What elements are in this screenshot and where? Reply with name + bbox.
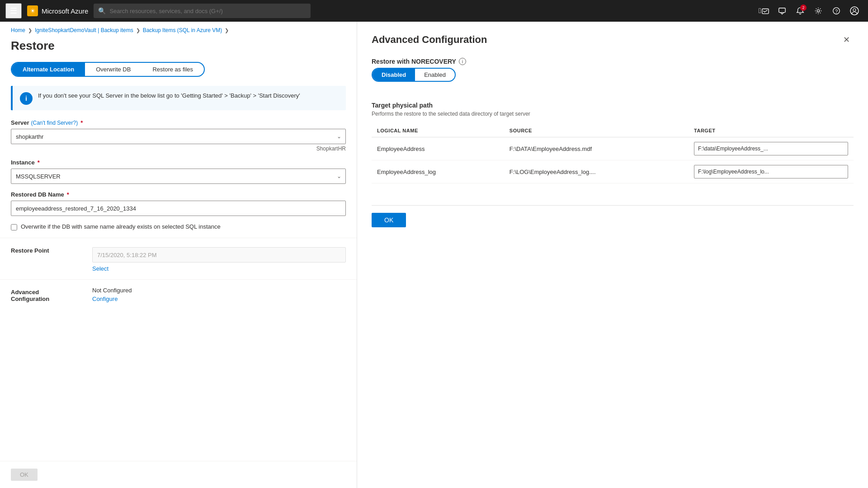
overwrite-checkbox[interactable] [11, 224, 17, 230]
server-section: Server (Can't find Server?) * shopkarthr… [0, 119, 357, 159]
instance-select[interactable]: MSSQLSERVER [11, 169, 346, 184]
form-actions: OK [0, 461, 357, 488]
server-select-wrapper: shopkarthr ⌄ [11, 129, 346, 144]
source-2: F:\LOG\EmployeeAddress_log.... [504, 160, 689, 183]
norecovery-toggle: Disabled Enabled [372, 68, 456, 82]
configure-link[interactable]: Configure [92, 296, 118, 302]
topbar: ☰ ☀ Microsoft Azure 🔍  2 ? [0, 0, 868, 22]
target-input-cell-2 [689, 160, 854, 183]
svg-point-6 [853, 9, 856, 11]
hamburger-menu[interactable]: ☰ [5, 3, 22, 19]
server-label: Server (Can't find Server?) * [11, 119, 346, 126]
restore-point-value: 7/15/2020, 5:18:22 PM [92, 247, 346, 263]
settings-button[interactable] [810, 3, 826, 19]
adv-config-content: Not Configured Configure [92, 287, 346, 302]
main-layout: Home ❯ IgniteShopkartDemoVault | Backup … [0, 22, 868, 488]
overwrite-checkbox-row: Overwrite if the DB with same name alrea… [0, 223, 357, 238]
azure-logo: ☀ Microsoft Azure [27, 5, 88, 16]
col-target: TARGET [689, 124, 854, 137]
svg-text:?: ? [835, 9, 838, 14]
instance-select-wrapper: MSSQLSERVER ⌄ [11, 169, 346, 184]
server-hint: ShopkartHR [11, 145, 346, 152]
adv-config-status: Not Configured [92, 287, 346, 294]
db-name-section: Restored DB Name * [0, 191, 357, 223]
advanced-config-panel: Advanced Configuration ✕ Restore with NO… [357, 22, 868, 488]
info-banner: i If you don't see your SQL Server in th… [11, 86, 346, 110]
server-required: * [80, 119, 83, 126]
feedback-button[interactable] [774, 3, 790, 19]
table-row: EmployeeAddress F:\DATA\EmployeeAddress.… [372, 137, 854, 160]
restore-tabs: Alternate Location Overwrite DB Restore … [11, 62, 205, 77]
breadcrumb-sep-2: ❯ [136, 28, 140, 33]
notification-count: 2 [800, 5, 807, 11]
server-link[interactable]: (Can't find Server?) [31, 120, 78, 126]
restore-point-label: Restore Point [11, 247, 74, 254]
adv-panel-title: Advanced Configuration [372, 34, 487, 46]
info-text: If you don't see your SQL Server in the … [38, 91, 300, 100]
adv-panel-header: Advanced Configuration ✕ [372, 33, 854, 47]
restore-point-section: Restore Point 7/15/2020, 5:18:22 PM Sele… [0, 238, 357, 279]
breadcrumb-sep-1: ❯ [28, 28, 32, 33]
instance-section: Instance * MSSQLSERVER ⌄ [0, 159, 357, 191]
topbar-icons:  2 ? [756, 3, 863, 19]
target-path-title: Target physical path [372, 102, 854, 109]
norecovery-enabled-btn[interactable]: Enabled [415, 69, 455, 81]
search-input[interactable] [109, 8, 306, 14]
account-button[interactable] [846, 3, 863, 19]
norecovery-info-icon[interactable]: i [459, 58, 466, 65]
restore-point-content: 7/15/2020, 5:18:22 PM Select [92, 247, 346, 272]
path-table: LOGICAL NAME SOURCE TARGET EmployeeAddre… [372, 124, 854, 183]
breadcrumb-backup-items[interactable]: Backup Items (SQL in Azure VM) [143, 27, 222, 33]
help-button[interactable]: ? [828, 3, 844, 19]
target-path-input-1[interactable] [694, 142, 848, 155]
breadcrumb-vault[interactable]: IgniteShopkartDemoVault | Backup items [35, 27, 133, 33]
instance-label: Instance * [11, 159, 346, 166]
instance-required: * [38, 159, 40, 166]
logical-name-1: EmployeeAddress [372, 137, 504, 160]
form-ok-button: OK [11, 469, 38, 481]
adv-config-section: Advanced Configuration Not Configured Co… [0, 279, 357, 310]
db-name-input[interactable] [11, 201, 346, 216]
adv-ok-section: OK [372, 205, 854, 227]
norecovery-disabled-btn[interactable]: Disabled [373, 69, 415, 81]
logical-name-2: EmployeeAddress_log [372, 160, 504, 183]
server-select[interactable]: shopkarthr [11, 129, 346, 144]
overwrite-checkbox-label[interactable]: Overwrite if the DB with same name alrea… [21, 223, 221, 230]
table-row: EmployeeAddress_log F:\LOG\EmployeeAddre… [372, 160, 854, 183]
search-bar[interactable]: 🔍 [94, 4, 311, 18]
breadcrumb-home[interactable]: Home [11, 27, 25, 33]
breadcrumb: Home ❯ IgniteShopkartDemoVault | Backup … [0, 22, 357, 37]
target-path-section: Target physical path Performs the restor… [372, 102, 854, 183]
norecovery-section: Restore with NORECOVERY i Disabled Enabl… [372, 58, 854, 93]
tab-overwrite-db[interactable]: Overwrite DB [85, 63, 142, 76]
svg-point-2 [817, 9, 819, 12]
col-source: SOURCE [504, 124, 689, 137]
azure-logo-icon: ☀ [27, 5, 38, 16]
restore-panel: Home ❯ IgniteShopkartDemoVault | Backup … [0, 22, 357, 488]
tab-alternate-location[interactable]: Alternate Location [12, 63, 85, 76]
restore-point-select-link[interactable]: Select [92, 265, 108, 272]
adv-ok-button[interactable]: OK [372, 213, 406, 227]
target-path-desc: Performs the restore to the selected dat… [372, 111, 854, 117]
svg-rect-1 [779, 8, 785, 13]
notifications-button[interactable]: 2 [792, 3, 808, 19]
page-title: Restore [0, 37, 357, 62]
tab-restore-as-files[interactable]: Restore as files [142, 63, 204, 76]
adv-panel-close-button[interactable]: ✕ [839, 33, 854, 47]
search-icon: 🔍 [98, 7, 106, 14]
breadcrumb-sep-3: ❯ [225, 28, 229, 33]
source-1: F:\DATA\EmployeeAddress.mdf [504, 137, 689, 160]
target-path-input-2[interactable] [694, 165, 848, 178]
path-table-header-row: LOGICAL NAME SOURCE TARGET [372, 124, 854, 137]
cloud-shell-button[interactable]:  [756, 3, 772, 19]
db-name-required: * [67, 191, 69, 198]
db-name-label: Restored DB Name * [11, 191, 346, 198]
info-icon: i [20, 92, 33, 105]
col-logical-name: LOGICAL NAME [372, 124, 504, 137]
norecovery-label: Restore with NORECOVERY i [372, 58, 854, 65]
adv-config-label: Advanced Configuration [11, 289, 74, 302]
target-input-cell-1 [689, 137, 854, 160]
